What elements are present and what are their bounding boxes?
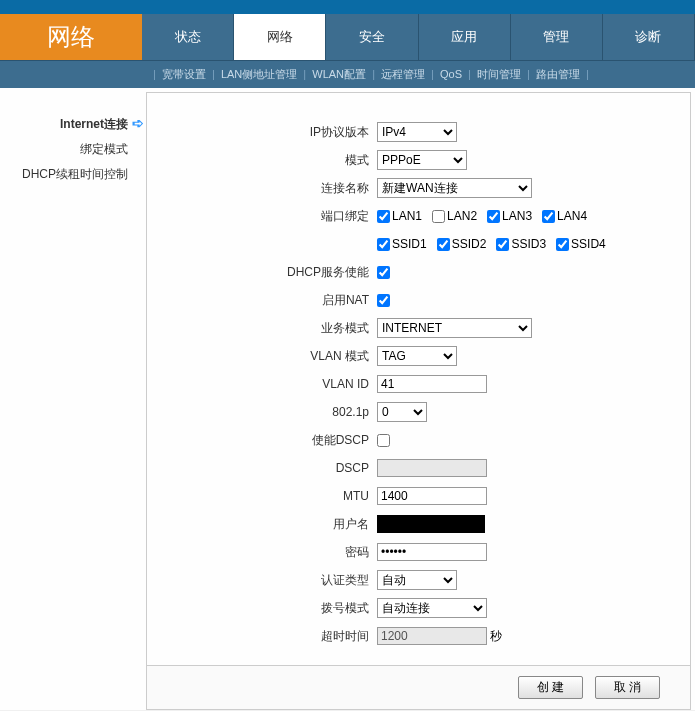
vlan-mode-label: VLAN 模式 [167,348,377,365]
lan-checkbox-2[interactable] [487,210,500,223]
lan-label-0[interactable]: LAN1 [377,209,422,223]
ssid-label-1[interactable]: SSID2 [437,237,487,251]
tab-2[interactable]: 安全 [326,14,418,60]
subnav-item-0[interactable]: 宽带设置 [159,68,209,80]
tab-3[interactable]: 应用 [419,14,511,60]
lan-label-1[interactable]: LAN2 [432,209,477,223]
connection-name-label: 连接名称 [167,180,377,197]
mode-select[interactable]: PPPoE [377,150,467,170]
ssid-checkbox-0[interactable] [377,238,390,251]
create-button[interactable]: 创 建 [518,676,583,699]
cancel-button[interactable]: 取 消 [595,676,660,699]
ssid-checkbox-1[interactable] [437,238,450,251]
ssid-label-0[interactable]: SSID1 [377,237,427,251]
vlan-id-label: VLAN ID [167,377,377,391]
connection-name-select[interactable]: 新建WAN连接 [377,178,532,198]
sidebar-item-0[interactable]: Internet连接 [0,112,142,137]
timeout-unit-label: 秒 [490,629,502,643]
ssid-checkbox-3[interactable] [556,238,569,251]
port-binding-row1: LAN1LAN2LAN3LAN4 [377,209,670,223]
tab-0[interactable]: 状态 [142,14,234,60]
ssid-label-3[interactable]: SSID4 [556,237,606,251]
auth-type-select[interactable]: 自动 [377,570,457,590]
vlan-id-input[interactable] [377,375,487,393]
password-label: 密码 [167,544,377,561]
dscp-enable-checkbox[interactable] [377,434,390,447]
tab-5[interactable]: 诊断 [603,14,695,60]
lan-label-3[interactable]: LAN4 [542,209,587,223]
footer-bar: 创 建 取 消 [147,665,690,709]
timeout-input[interactable] [377,627,487,645]
sidebar-item-1[interactable]: 绑定模式 [0,137,142,162]
subnav-item-6[interactable]: 路由管理 [533,68,583,80]
dhcp-enable-checkbox[interactable] [377,266,390,279]
mtu-label: MTU [167,489,377,503]
sidebar-item-2[interactable]: DHCP续租时间控制 [0,162,142,187]
dhcp-enable-label: DHCP服务使能 [167,264,377,281]
vlan-mode-select[interactable]: TAG [377,346,457,366]
password-input[interactable] [377,543,487,561]
subnav-item-1[interactable]: LAN侧地址管理 [218,68,301,80]
dscp-enable-label: 使能DSCP [167,432,377,449]
sidebar: Internet连接绑定模式DHCP续租时间控制 [0,88,142,710]
subnav-item-4[interactable]: QoS [437,68,465,80]
8021p-select[interactable]: 0 [377,402,427,422]
ip-version-label: IP协议版本 [167,124,377,141]
mode-label: 模式 [167,152,377,169]
8021p-label: 802.1p [167,405,377,419]
logo: 网络 [0,14,142,60]
ssid-checkbox-2[interactable] [496,238,509,251]
mtu-input[interactable] [377,487,487,505]
top-bar [0,0,695,14]
username-input[interactable] [377,515,485,533]
subnav-item-5[interactable]: 时间管理 [474,68,524,80]
service-mode-label: 业务模式 [167,320,377,337]
sub-nav: | 宽带设置 | LAN侧地址管理 | WLAN配置 | 远程管理 | QoS … [0,60,695,88]
username-label: 用户名 [167,516,377,533]
service-mode-select[interactable]: INTERNET [377,318,532,338]
port-binding-row2: SSID1SSID2SSID3SSID4 [377,237,670,251]
main-area: Internet连接绑定模式DHCP续租时间控制 IP协议版本 IPv4 模式 … [0,88,695,710]
auth-type-label: 认证类型 [167,572,377,589]
nat-enable-label: 启用NAT [167,292,377,309]
ssid-label-2[interactable]: SSID3 [496,237,546,251]
lan-checkbox-3[interactable] [542,210,555,223]
ip-version-select[interactable]: IPv4 [377,122,457,142]
dial-mode-label: 拨号模式 [167,600,377,617]
main-tabs: 状态网络安全应用管理诊断 [142,14,695,60]
subnav-item-3[interactable]: 远程管理 [378,68,428,80]
tab-4[interactable]: 管理 [511,14,603,60]
dscp-input[interactable] [377,459,487,477]
lan-checkbox-0[interactable] [377,210,390,223]
dial-mode-select[interactable]: 自动连接 [377,598,487,618]
lan-checkbox-1[interactable] [432,210,445,223]
tab-1[interactable]: 网络 [234,14,326,60]
lan-label-2[interactable]: LAN3 [487,209,532,223]
content-panel: IP协议版本 IPv4 模式 PPPoE 连接名称 新建WAN连接 端口绑定 L… [146,92,691,710]
subnav-item-2[interactable]: WLAN配置 [309,68,369,80]
nat-enable-checkbox[interactable] [377,294,390,307]
timeout-label: 超时时间 [167,628,377,645]
port-binding-label: 端口绑定 [167,208,377,225]
header: 网络 状态网络安全应用管理诊断 [0,14,695,60]
dscp-label: DSCP [167,461,377,475]
